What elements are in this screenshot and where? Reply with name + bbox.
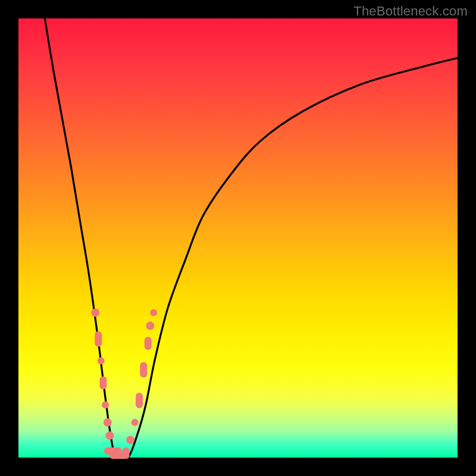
highlight-marker <box>126 436 134 444</box>
highlight-marker <box>146 322 154 330</box>
highlight-marker <box>145 337 152 350</box>
highlight-marker <box>136 393 143 408</box>
highlight-marker <box>95 331 102 347</box>
highlight-marker <box>131 419 139 426</box>
highlight-marker <box>104 418 112 427</box>
watermark-text: TheBottleneck.com <box>353 4 468 19</box>
highlight-marker <box>140 362 147 377</box>
highlight-marker <box>150 309 157 317</box>
highlight-marker <box>123 447 130 455</box>
highlight-marker <box>106 431 114 440</box>
highlight-markers <box>91 309 157 459</box>
highlight-marker <box>98 358 105 365</box>
highlight-marker <box>91 309 99 317</box>
bottleneck-curve <box>45 18 458 459</box>
chart-frame: TheBottleneck.com <box>0 0 476 476</box>
curve-layer <box>45 18 458 459</box>
chart-svg <box>18 18 458 458</box>
highlight-marker <box>99 377 107 390</box>
chart-plot-area <box>18 18 458 458</box>
highlight-marker <box>102 401 109 408</box>
